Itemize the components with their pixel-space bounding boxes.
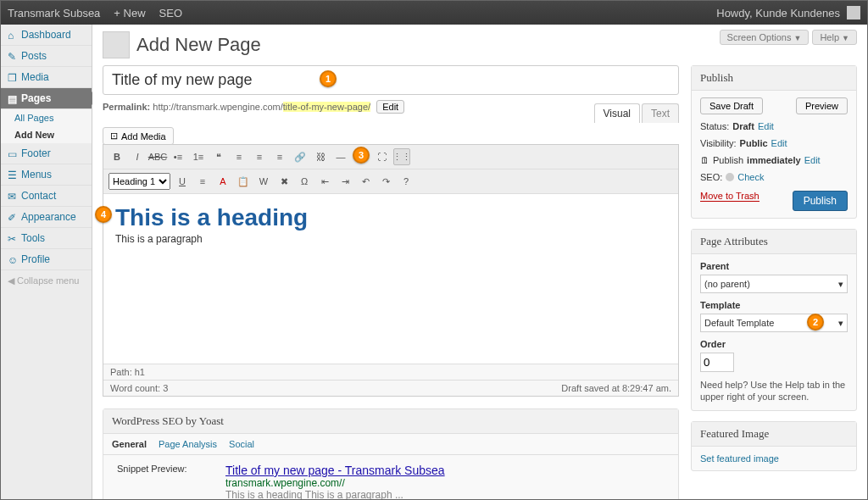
seo-tab-social[interactable]: Social — [229, 439, 254, 449]
parent-select[interactable]: (no parent)▾ — [700, 275, 848, 293]
footer-icon: ▭ — [8, 148, 18, 158]
adminbar-seo[interactable]: SEO — [159, 7, 182, 19]
bullet-list-button[interactable]: •≡ — [170, 148, 186, 165]
seo-tab-page-analysis[interactable]: Page Analysis — [159, 439, 217, 449]
add-media-button[interactable]: ⊡ Add Media — [103, 127, 174, 145]
link-button[interactable]: 🔗 — [292, 148, 309, 165]
order-label: Order — [700, 339, 726, 349]
annotation-badge-4: 4 — [95, 206, 112, 223]
snippet-title[interactable]: Title of my new page - Transmark Subsea — [225, 464, 445, 477]
path-value: h1 — [135, 367, 145, 377]
sidebar-sub-add-new[interactable]: Add New — [1, 126, 92, 143]
chevron-down-icon: ▼ — [842, 34, 849, 42]
dashboard-icon: ⌂ — [8, 30, 18, 40]
preview-button[interactable]: Preview — [796, 97, 848, 114]
publish-box: Publish Save Draft Preview Status: Draft… — [691, 65, 857, 219]
sidebar-item-tools[interactable]: ✂Tools — [1, 228, 92, 249]
help-button[interactable]: Help ▼ — [812, 30, 857, 45]
set-featured-image-link[interactable]: Set featured image — [700, 453, 779, 464]
select-arrows-icon: ▾ — [838, 318, 843, 329]
sidebar-item-appearance[interactable]: ✐Appearance — [1, 207, 92, 228]
edit-status-link[interactable]: Edit — [758, 121, 774, 131]
sidebar-item-media[interactable]: ❐Media — [1, 67, 92, 88]
clear-format-button[interactable]: ✖ — [275, 173, 292, 190]
sidebar-item-contact[interactable]: ✉Contact — [1, 186, 92, 207]
permalink-slug[interactable]: title-of-my-new-page/ — [283, 102, 370, 112]
annotation-badge-3: 3 — [353, 147, 370, 164]
bold-button[interactable]: B — [108, 148, 125, 165]
justify-button[interactable]: ≡ — [194, 173, 211, 190]
adminbar-howdy[interactable]: Howdy, Kunde Kundenes — [716, 7, 840, 19]
plus-icon: + — [114, 7, 120, 19]
redo-button[interactable]: ↷ — [377, 173, 394, 190]
seo-check-link[interactable]: Check — [737, 172, 764, 182]
title-input[interactable] — [103, 65, 679, 95]
more-button[interactable]: — — [332, 148, 349, 165]
strike-button[interactable]: ABC — [149, 148, 166, 165]
indent-button[interactable]: ⇥ — [337, 173, 353, 190]
align-left-button[interactable]: ≡ — [231, 148, 248, 165]
snippet-preview-label: Snippet Preview: — [117, 464, 202, 474]
unlink-button[interactable]: ⛓ — [312, 148, 329, 165]
blockquote-button[interactable]: ❝ — [210, 148, 227, 165]
sidebar-item-menus[interactable]: ☰Menus — [1, 164, 92, 186]
editor-footer: Word count: 3 Draft saved at 8:29:47 am. — [103, 380, 678, 396]
sidebar-item-posts[interactable]: ✎Posts — [1, 46, 92, 67]
publish-button[interactable]: Publish — [793, 191, 848, 211]
annotation-badge-2: 2 — [807, 314, 824, 331]
edit-visibility-link[interactable]: Edit — [771, 138, 787, 148]
collapse-menu[interactable]: ◀ Collapse menu — [1, 270, 92, 292]
outdent-button[interactable]: ⇤ — [316, 173, 333, 190]
chevron-down-icon: ▼ — [793, 34, 801, 42]
pin-icon: ✎ — [8, 51, 18, 61]
sidebar-sub-all-pages[interactable]: All Pages — [1, 109, 92, 126]
template-select[interactable]: Default Template▾ — [700, 314, 848, 332]
save-draft-button[interactable]: Save Draft — [700, 97, 763, 114]
order-input[interactable] — [700, 353, 734, 372]
paste-word-button[interactable]: W — [255, 173, 272, 190]
editor-box: B I ABC •≡ 1≡ ❝ ≡ ≡ ≡ 🔗 ⛓ — ✓ ⛶ — [103, 144, 679, 397]
underline-button[interactable]: U — [174, 173, 191, 190]
annotation-badge-1: 1 — [320, 70, 337, 87]
adminbar-new[interactable]: + New — [114, 7, 145, 19]
calendar-icon: 🗓 — [700, 155, 709, 165]
featured-image-box: Featured Image Set featured image — [691, 421, 857, 471]
tab-text[interactable]: Text — [642, 103, 679, 123]
content-heading-h1: This is a heading — [115, 204, 666, 231]
align-right-button[interactable]: ≡ — [271, 148, 288, 165]
adminbar-site[interactable]: Transmark Subsea — [8, 7, 100, 19]
page-attributes-title: Page Attributes — [692, 230, 856, 254]
avatar[interactable] — [847, 6, 860, 19]
editor-toolbar-row1: B I ABC •≡ 1≡ ❝ ≡ ≡ ≡ 🔗 ⛓ — ✓ ⛶ — [103, 145, 678, 169]
textcolor-button[interactable]: A — [214, 173, 231, 190]
help-icon-button[interactable]: ? — [398, 173, 415, 190]
seo-tab-general[interactable]: General — [112, 439, 147, 449]
camera-icon: ⊡ — [110, 131, 118, 142]
snippet-desc: This is a heading This is a paragraph ..… — [225, 489, 445, 499]
edit-permalink-button[interactable]: Edit — [376, 100, 404, 114]
sidebar-item-footer[interactable]: ▭Footer — [1, 143, 92, 164]
editor-content[interactable]: 4 This is a heading This is a paragraph — [103, 194, 678, 364]
page-icon — [103, 31, 130, 58]
seo-box-title: WordPress SEO by Yoast — [103, 409, 678, 434]
edit-schedule-link[interactable]: Edit — [804, 155, 821, 165]
sidebar-item-pages[interactable]: ▤Pages — [1, 88, 92, 109]
kitchensink-button[interactable]: ⋮⋮ — [393, 148, 410, 165]
screen-options-button[interactable]: Screen Options ▼ — [720, 30, 810, 45]
sidebar-item-dashboard[interactable]: ⌂Dashboard — [1, 25, 92, 46]
move-to-trash-link[interactable]: Move to Trash — [700, 191, 760, 202]
tab-visual[interactable]: Visual — [594, 103, 640, 123]
undo-button[interactable]: ↶ — [357, 173, 374, 190]
paste-text-button[interactable]: 📋 — [235, 173, 252, 190]
sidebar-item-profile[interactable]: ☺Profile — [1, 249, 92, 270]
sidebar-submenu-pages: All Pages Add New — [1, 109, 92, 143]
number-list-button[interactable]: 1≡ — [190, 148, 207, 165]
special-char-button[interactable]: Ω — [296, 173, 313, 190]
fullscreen-button[interactable]: ⛶ — [373, 148, 390, 165]
italic-button[interactable]: I — [129, 148, 146, 165]
format-select[interactable]: Heading 1 — [108, 173, 170, 190]
tools-icon: ✂ — [8, 233, 18, 243]
align-center-button[interactable]: ≡ — [251, 148, 268, 165]
content-paragraph: This is a paragraph — [115, 233, 666, 245]
publish-box-title: Publish — [692, 66, 856, 91]
